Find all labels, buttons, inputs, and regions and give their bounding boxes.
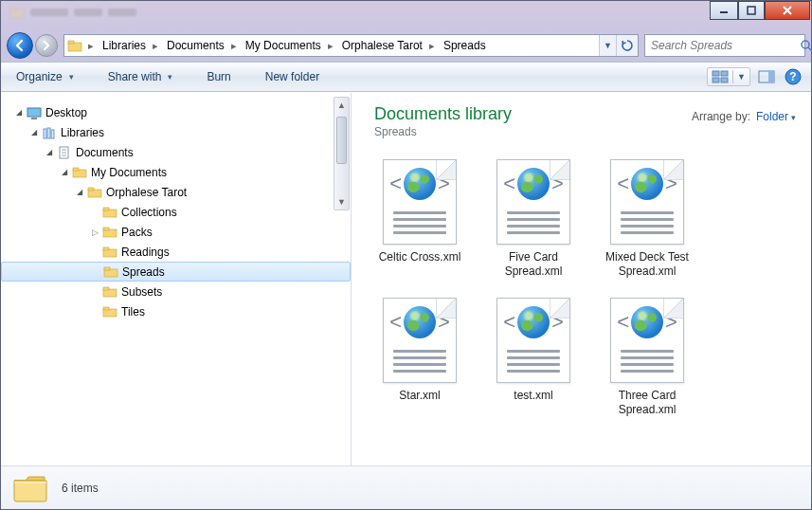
crumb-arrow[interactable]: [228, 35, 240, 56]
crumb-libraries[interactable]: Libraries: [97, 35, 150, 56]
file-label: Celtic Cross.xml: [379, 250, 461, 264]
crumb-arrow[interactable]: [325, 35, 336, 56]
tree-label: Libraries: [61, 126, 104, 139]
documents-icon: [56, 146, 73, 159]
tree-readings[interactable]: Readings: [1, 242, 351, 262]
svg-rect-34: [103, 228, 109, 230]
search-box[interactable]: [644, 34, 805, 57]
nav-scrollbar[interactable]: ▲▼: [334, 97, 350, 210]
explorer-window: Libraries Documents My Documents Orphale…: [0, 0, 812, 510]
crumb-orphalese[interactable]: Orphalese Tarot: [336, 35, 426, 56]
tree-label: Spreads: [122, 265, 165, 279]
folder-tree: Desktop Libraries: [1, 102, 351, 321]
folder-icon: [101, 285, 118, 298]
tree-libraries[interactable]: Libraries: [1, 122, 351, 142]
new-folder-button[interactable]: New folder: [258, 66, 327, 87]
folder-icon: [86, 186, 103, 198]
svg-rect-11: [721, 71, 728, 76]
svg-rect-40: [103, 287, 109, 290]
search-icon[interactable]: [800, 39, 812, 52]
svg-rect-30: [88, 188, 94, 191]
svg-rect-18: [27, 108, 41, 117]
svg-line-9: [808, 47, 812, 51]
crumb-spreads[interactable]: Spreads: [438, 35, 490, 56]
crumb-mydocuments[interactable]: My Documents: [240, 35, 325, 56]
file-item[interactable]: <> Celtic Cross.xml: [374, 159, 465, 279]
address-bar[interactable]: Libraries Documents My Documents Orphale…: [63, 34, 639, 57]
back-button[interactable]: [7, 32, 33, 59]
desktop-icon: [26, 106, 43, 119]
share-with-button[interactable]: Share with: [100, 66, 181, 87]
command-bar: Organize Share with Burn New folder ▼ ?: [1, 62, 811, 92]
details-pane: 6 items: [1, 465, 811, 509]
svg-rect-42: [103, 307, 109, 310]
svg-point-8: [802, 41, 809, 48]
burn-button[interactable]: Burn: [199, 66, 238, 87]
titlebar: [1, 1, 811, 29]
library-subtitle: Spreads: [374, 125, 512, 138]
arrange-label: Arrange by:: [692, 110, 750, 123]
window-controls: [710, 1, 810, 20]
tree-label: My Documents: [91, 166, 167, 179]
crumb-documents[interactable]: Documents: [161, 35, 228, 56]
tree-tiles[interactable]: Tiles: [1, 301, 351, 321]
help-button[interactable]: ?: [783, 66, 803, 87]
file-item[interactable]: <> Three Card Spread.xml: [602, 298, 693, 417]
library-header: Documents library Spreads Arrange by: Fo…: [374, 104, 796, 138]
folder-icon: [101, 206, 118, 218]
tree-mydocuments[interactable]: My Documents: [1, 162, 351, 182]
crumb-arrow[interactable]: [426, 35, 438, 56]
svg-rect-28: [73, 168, 79, 171]
tree-subsets[interactable]: Subsets: [1, 282, 351, 301]
svg-text:?: ?: [789, 70, 796, 83]
library-title: Documents library: [374, 104, 512, 124]
crumb-arrow[interactable]: [150, 35, 161, 56]
svg-rect-1: [10, 8, 16, 10]
svg-rect-15: [768, 71, 774, 82]
svg-rect-12: [713, 78, 719, 82]
minimize-button[interactable]: [710, 1, 738, 20]
tree-label: Desktop: [45, 106, 87, 119]
file-label: Five Card Spread.xml: [488, 250, 579, 279]
content-pane: Documents library Spreads Arrange by: Fo…: [352, 93, 811, 465]
file-item[interactable]: <> Five Card Spread.xml: [488, 159, 579, 279]
svg-rect-13: [721, 78, 728, 82]
file-item[interactable]: <> test.xml: [488, 298, 579, 417]
file-item[interactable]: <> Mixed Deck Test Spread.xml: [602, 159, 693, 279]
address-dropdown[interactable]: ▼: [599, 35, 616, 56]
arrange-by[interactable]: Arrange by: Folder: [692, 104, 796, 123]
svg-rect-32: [103, 208, 109, 210]
tree-documents[interactable]: Documents: [1, 142, 351, 162]
svg-rect-3: [748, 7, 755, 14]
file-label: test.xml: [514, 389, 552, 403]
organize-button[interactable]: Organize: [9, 66, 81, 87]
search-input[interactable]: [645, 35, 800, 56]
address-folder-icon: [64, 39, 85, 52]
xml-file-icon: <>: [383, 298, 457, 383]
xml-file-icon: <>: [610, 159, 684, 245]
maximize-button[interactable]: [738, 1, 765, 20]
view-options-button[interactable]: ▼: [707, 67, 750, 86]
tree-packs[interactable]: Packs: [1, 222, 351, 242]
folder-icon: [101, 246, 118, 258]
file-label: Three Card Spread.xml: [602, 389, 693, 417]
preview-pane-button[interactable]: [754, 68, 779, 85]
forward-button[interactable]: [35, 34, 58, 57]
arrange-value[interactable]: Folder: [756, 110, 796, 123]
tree-spreads[interactable]: Spreads: [1, 262, 351, 282]
svg-rect-36: [103, 247, 109, 250]
refresh-button[interactable]: [616, 35, 638, 56]
xml-file-icon: <>: [383, 159, 457, 245]
tree-orphalese[interactable]: Orphalese Tarot: [1, 182, 351, 202]
crumb-root-arrow[interactable]: [85, 35, 97, 56]
folder-icon: [71, 166, 88, 178]
svg-rect-7: [68, 41, 74, 44]
breadcrumbs: Libraries Documents My Documents Orphale…: [97, 35, 599, 56]
close-button[interactable]: [765, 1, 810, 20]
tree-desktop[interactable]: Desktop: [1, 102, 351, 122]
file-item[interactable]: <> Star.xml: [374, 298, 465, 417]
svg-rect-19: [31, 118, 37, 119]
tree-label: Readings: [121, 246, 170, 259]
tree-label: Documents: [76, 146, 134, 159]
tree-collections[interactable]: Collections: [1, 202, 351, 222]
